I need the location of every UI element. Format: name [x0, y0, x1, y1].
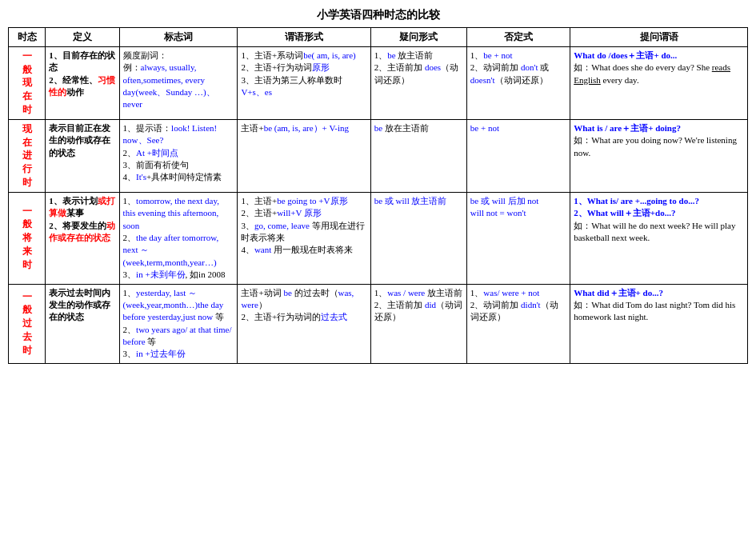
header-predicate: 谓语形式: [238, 28, 370, 47]
header-negative: 否定式: [466, 28, 570, 47]
header-question: 提问谓语: [570, 28, 748, 47]
marker-1: 频度副词： 例：always, usually, often,sometimes…: [119, 46, 238, 119]
interrogative-4: 1、was / were 放主语前 2、主语前加 did（动词还原）: [370, 284, 466, 363]
negative-2: be + not: [466, 119, 570, 192]
definition-3: 1、表示计划或打算做某事 2、将要发生的动作或存在的状态: [46, 192, 119, 284]
table-row: 现在进行时 表示目前正在发生的动作或存在的状态 1、提示语：look! List…: [9, 119, 748, 192]
question-4: What did＋主语+ do...? 如：What did Tom do la…: [570, 284, 748, 363]
definition-1: 1、目前存在的状态 2、经常性、习惯性的动作: [46, 46, 119, 119]
negative-4: 1、was/ were + not 2、动词前加 didn't（动词还原）: [466, 284, 570, 363]
question-2: What is / are＋主语+ doing? 如：What are you …: [570, 119, 748, 192]
table-row: 一般现在时 1、目前存在的状态 2、经常性、习惯性的动作 频度副词： 例：alw…: [9, 46, 748, 119]
tense-label-3: 一般将来时: [9, 192, 46, 284]
negative-1: 1、be + not 2、动词前加 don't 或 doesn't（动词还原）: [466, 46, 570, 119]
interrogative-3: be 或 will 放主语前: [370, 192, 466, 284]
definition-2: 表示目前正在发生的动作或存在的状态: [46, 119, 119, 192]
table-row: 一般将来时 1、表示计划或打算做某事 2、将要发生的动作或存在的状态 1、tom…: [9, 192, 748, 284]
header-definition: 定义: [46, 28, 119, 47]
header-tense: 时态: [9, 28, 46, 47]
predicate-3: 1、主语+be going to +V原形 2、主语+will+V 原形 3、g…: [238, 192, 370, 284]
question-1: What do /does＋主语+ do... 如：What does she …: [570, 46, 748, 119]
header-interrogative: 疑问形式: [370, 28, 466, 47]
predicate-4: 主语+动词 be 的过去时（was, were） 2、主语+行为动词的过去式: [238, 284, 370, 363]
tense-label-2: 现在进行时: [9, 119, 46, 192]
marker-3: 1、tomorrow, the next day, this evening t…: [119, 192, 238, 284]
definition-4: 表示过去时间内发生的动作或存在的状态: [46, 284, 119, 363]
comparison-table: 时态 定义 标志词 谓语形式 疑问形式 否定式 提问谓语 一般现在时 1、目前存…: [8, 27, 748, 364]
tense-label-1: 一般现在时: [9, 46, 46, 119]
negative-3: be 或 will 后加 not will not = won't: [466, 192, 570, 284]
header-marker: 标志词: [119, 28, 238, 47]
interrogative-2: be 放在主语前: [370, 119, 466, 192]
predicate-1: 1、主语+系动词be( am, is, are) 2、主语+行为动词原形 3、主…: [238, 46, 370, 119]
marker-2: 1、提示语：look! Listen! now、See? 2、At +时间点 3…: [119, 119, 238, 192]
table-row: 一般过去时 表示过去时间内发生的动作或存在的状态 1、yesterday, la…: [9, 284, 748, 363]
interrogative-1: 1、be 放主语前 2、主语前加 does（动词还原）: [370, 46, 466, 119]
page-title: 小学英语四种时态的比较: [8, 8, 748, 22]
tense-label-4: 一般过去时: [9, 284, 46, 363]
marker-4: 1、yesterday, last ～(week,year,month…)the…: [119, 284, 238, 363]
question-3: 1、What is/ are +...going to do...? 2、Wha…: [570, 192, 748, 284]
predicate-2: 主语+be (am, is, are）+ V-ing: [238, 119, 370, 192]
